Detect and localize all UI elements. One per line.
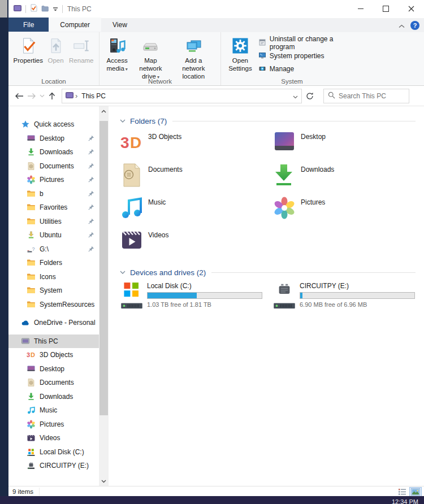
location-group-label: Location [8,78,99,85]
system-command-label: System properties [270,52,325,60]
details-view-button[interactable] [397,488,408,496]
access-media-button[interactable]: Accessmedia▾ [104,34,130,75]
sidebar-item-this-pc[interactable]: This PC [8,334,99,349]
folder-tile-desktop[interactable]: Desktop [272,130,424,163]
sidebar-item-folders[interactable]: Folders [8,256,99,270]
scroll-down-icon[interactable] [99,476,109,486]
sidebar-item-3d-objects[interactable]: 3D3D Objects [8,348,99,362]
sidebar-item-ubuntu[interactable]: Ubuntu [8,228,99,242]
sidebar-item-documents[interactable]: Documents [8,376,99,390]
folder-tile-music[interactable]: Music [120,195,272,228]
folder-tile-videos[interactable]: Videos [120,228,272,261]
scrollbar-thumb[interactable] [99,121,108,415]
back-button[interactable] [13,89,25,103]
tab-computer[interactable]: Computer [49,18,101,32]
sidebar-item-desktop[interactable]: Desktop [8,132,99,146]
breadcrumb-chevron-icon[interactable]: › [75,92,77,100]
large-icons-view-button[interactable] [409,487,422,497]
sidebar-item-desktop[interactable]: Desktop [8,362,99,376]
sidebar-item-utilities[interactable]: Utilities [8,215,99,229]
recent-locations-icon[interactable] [38,89,46,103]
collapse-ribbon-icon[interactable] [399,20,405,31]
status-bar: 9 items [8,486,424,496]
system-command-label: Manage [270,65,294,73]
window-controls [348,0,424,17]
address-bar[interactable]: › This PC [62,89,302,103]
sidebar-item-b[interactable]: b [8,187,99,201]
new-folder-qat-icon[interactable] [41,4,49,14]
folder-tile-downloads[interactable]: Downloads [272,163,424,195]
help-icon[interactable]: ? [410,21,419,30]
search-input[interactable] [339,92,401,100]
open-settings-button[interactable]: OpenSettings [226,34,255,74]
collapse-section-icon[interactable] [120,271,126,274]
map-network-drive-button[interactable]: Map networkdrive▾ [130,34,171,83]
folder-tile-3d-objects[interactable]: 3D3D Objects [120,130,272,163]
properties-button[interactable]: Properties [13,34,44,66]
tile-label: Documents [148,166,183,173]
sidebar-item-circuitpy-e[interactable]: CIRCUITPY (E:) [8,459,99,473]
sidebar-scrollbar[interactable] [99,106,109,486]
open-button[interactable]: Open [44,34,68,66]
minimize-button[interactable] [348,0,373,17]
breadcrumb-this-pc[interactable]: This PC [81,92,106,100]
sidebar-item-music[interactable]: Music [8,403,99,418]
forward-button[interactable] [25,89,38,103]
sidebar-item-local-disk-c[interactable]: Local Disk (C:) [8,445,99,459]
sidebar-item-favorites[interactable]: Favorites [8,201,99,215]
drive-free-space: 1.03 TB free of 1.81 TB [147,301,262,308]
sidebar-item-onedrive-personal[interactable]: OneDrive - Personal [8,316,99,330]
drives-section-title[interactable]: Devices and drives (2) [130,268,206,277]
videos-tile-icon [120,228,144,255]
add-network-location-label: Add a networklocation [175,57,213,80]
ribbon: Properties Open Rename Location Accessme… [8,32,424,86]
system-command-uninstall-or-change-a-program[interactable]: Uninstall or change a program [258,38,356,48]
address-dropdown-icon[interactable] [293,91,298,101]
sidebar-item-systemresources[interactable]: SystemResources [8,298,99,312]
sidebar-item-label: SystemResources [40,301,94,309]
downloads-icon [27,147,36,157]
sidebar-item-downloads[interactable]: Downloads [8,145,99,159]
customize-qat-dropdown-icon[interactable] [53,4,58,14]
sidebar-item-icons[interactable]: Icons [8,270,99,284]
sidebar-item-pictures[interactable]: Pictures [8,173,99,187]
collapse-section-icon[interactable] [120,119,126,123]
drive-free-space: 6.90 MB free of 6.96 MB [300,301,415,308]
folder-tile-pictures[interactable]: Pictures [272,195,424,228]
drives-section-header: Devices and drives (2) [120,267,416,278]
usb-drive-icon [272,281,296,310]
sidebar-item-label: b [40,190,44,198]
file-explorer-window: This PC File Computer View ? Properties … [8,0,424,496]
drive-name: Local Disk (C:) [147,282,262,290]
sidebar-item-quick-access[interactable]: Quick access [8,118,99,132]
add-network-location-button[interactable]: Add a networklocation [171,34,216,82]
sidebar-item-system[interactable]: System [8,284,99,298]
scroll-up-icon[interactable] [99,106,109,116]
sidebar-item-videos[interactable]: Videos [8,431,99,445]
maximize-button[interactable] [373,0,399,17]
folders-section-title[interactable]: Folders (7) [130,117,167,125]
rename-button[interactable]: Rename [68,34,94,66]
folder-icon [27,286,36,295]
drive-tile-circuitpy-e[interactable]: CIRCUITPY (E:)6.90 MB free of 6.96 MB [272,281,424,313]
refresh-icon[interactable] [302,89,318,103]
sidebar-item-documents[interactable]: Documents [8,159,99,173]
properties-qat-icon[interactable] [30,4,37,14]
access-media-label: Accessmedia▾ [106,57,127,73]
tab-view[interactable]: View [101,18,139,32]
sidebar-item-downloads[interactable]: Downloads [8,390,99,404]
sidebar-item-g[interactable]: ?G:\ [8,242,99,257]
drive-tile-local-disk-c[interactable]: Local Disk (C:)1.03 TB free of 1.81 TB [120,281,272,313]
titlebar-separator [62,5,63,13]
close-button[interactable] [399,0,424,17]
sidebar-item-pictures[interactable]: Pictures [8,418,99,432]
drive-usage-bar [300,292,415,299]
system-command-system-properties[interactable]: System properties [258,51,356,61]
up-button[interactable] [46,89,58,103]
tab-file[interactable]: File [8,18,49,32]
sidebar-item-label: Desktop [40,365,64,373]
folder-tile-documents[interactable]: Documents [120,163,272,195]
system-command-manage[interactable]: Manage [258,64,356,74]
system-properties-icon [258,51,266,61]
taskbar: 12:34 PM [0,496,424,504]
